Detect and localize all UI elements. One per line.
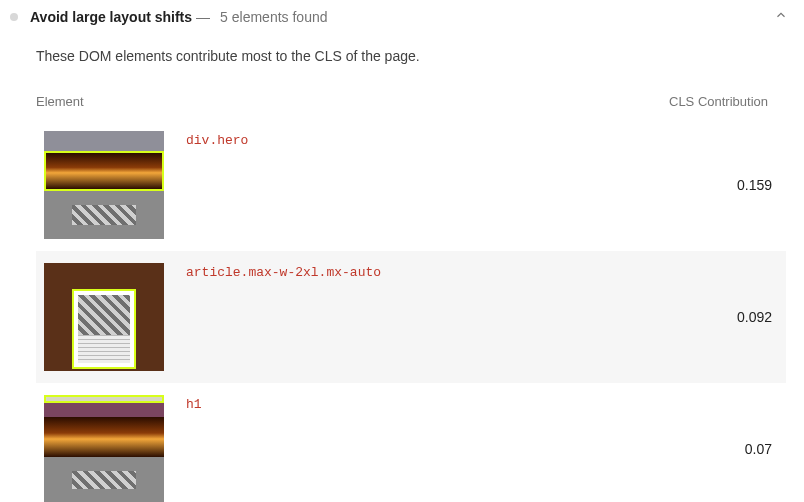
column-header-element: Element xyxy=(36,94,658,109)
element-thumbnail xyxy=(44,131,164,239)
cls-value: 0.159 xyxy=(712,177,772,193)
audit-title: Avoid large layout shifts xyxy=(30,9,192,25)
element-selector: h1 xyxy=(186,397,690,412)
table-row[interactable]: h1 0.07 xyxy=(36,383,786,502)
element-thumbnail xyxy=(44,263,164,371)
audit-description: These DOM elements contribute most to th… xyxy=(36,48,768,64)
cls-value: 0.07 xyxy=(712,441,772,457)
element-thumbnail xyxy=(44,395,164,502)
audit-subtitle: 5 elements found xyxy=(220,9,327,25)
element-selector: div.hero xyxy=(186,133,690,148)
table-row[interactable]: article.max-w-2xl.mx-auto 0.092 xyxy=(36,251,786,383)
cls-value: 0.092 xyxy=(712,309,772,325)
column-header-cls: CLS Contribution xyxy=(658,94,768,109)
audit-header[interactable]: Avoid large layout shifts — 5 elements f… xyxy=(0,0,804,34)
separator: — xyxy=(196,9,210,25)
table-row[interactable]: div.hero 0.159 xyxy=(36,119,786,251)
table-header-row: Element CLS Contribution xyxy=(0,88,804,119)
status-indicator-icon xyxy=(10,13,18,21)
element-selector: article.max-w-2xl.mx-auto xyxy=(186,265,690,280)
chevron-up-icon[interactable] xyxy=(768,8,794,26)
